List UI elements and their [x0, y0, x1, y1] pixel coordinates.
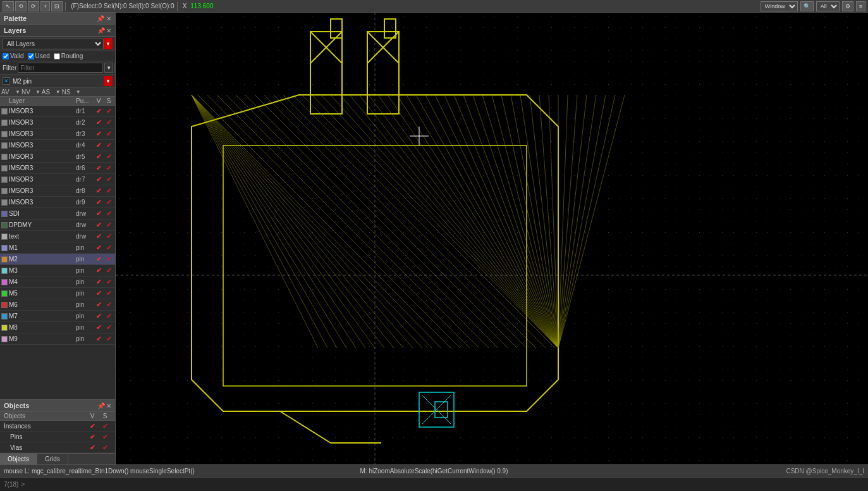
- layer-v-check[interactable]: ✔: [94, 164, 104, 172]
- og-tab-grids[interactable]: Grids: [37, 454, 68, 464]
- object-s-check[interactable]: ✔: [99, 433, 111, 441]
- layer-row[interactable]: IMSOR3dr1✔✔: [0, 106, 115, 117]
- layer-v-check[interactable]: ✔: [94, 141, 104, 149]
- layer-v-check[interactable]: ✔: [94, 187, 104, 195]
- object-v-check[interactable]: ✔: [86, 422, 99, 430]
- layer-s-check[interactable]: ✔: [104, 289, 114, 297]
- layer-row[interactable]: IMSOR3dr3✔✔: [0, 128, 115, 140]
- layer-s-check[interactable]: ✔: [104, 209, 114, 218]
- layer-s-check[interactable]: ✔: [104, 118, 114, 127]
- layer-s-check[interactable]: ✔: [104, 255, 114, 263]
- layer-s-check[interactable]: ✔: [104, 244, 114, 252]
- filter-clear-btn[interactable]: ✕: [114, 63, 115, 73]
- layer-v-check[interactable]: ✔: [94, 278, 104, 286]
- layer-v-check[interactable]: ✔: [94, 289, 104, 297]
- layer-s-check[interactable]: ✔: [104, 152, 114, 161]
- routing-checkbox-label[interactable]: Routing: [54, 53, 83, 59]
- objects-close-btn[interactable]: ✕: [106, 402, 111, 409]
- layer-row[interactable]: M9pin✔✔: [0, 333, 115, 345]
- layer-row[interactable]: M4pin✔✔: [0, 277, 115, 288]
- layer-s-check[interactable]: ✔: [104, 130, 114, 138]
- layer-s-check[interactable]: ✔: [104, 266, 114, 275]
- layer-row[interactable]: IMSOR3dr2✔✔: [0, 117, 115, 128]
- layer-row[interactable]: SDIdrw✔✔: [0, 208, 115, 220]
- layer-v-check[interactable]: ✔: [94, 244, 104, 252]
- palette-close-btn[interactable]: ✕: [106, 15, 111, 22]
- window-dropdown[interactable]: Window: [761, 1, 798, 11]
- layer-row[interactable]: M3pin✔✔: [0, 265, 115, 277]
- all-layers-arrow[interactable]: ▼: [104, 38, 113, 49]
- layer-s-check[interactable]: ✔: [104, 198, 114, 206]
- layer-s-check[interactable]: ✔: [104, 141, 114, 149]
- layer-s-check[interactable]: ✔: [104, 164, 114, 172]
- layer-s-check[interactable]: ✔: [104, 301, 114, 309]
- layer-row[interactable]: M2pin✔✔: [0, 254, 115, 265]
- layer-row[interactable]: M7pin✔✔: [0, 311, 115, 322]
- layer-row[interactable]: IMSOR3dr7✔✔: [0, 174, 115, 185]
- layer-v-check[interactable]: ✔: [94, 152, 104, 161]
- object-row[interactable]: Instances✔✔: [0, 421, 115, 432]
- layer-row[interactable]: IMSOR3dr5✔✔: [0, 151, 115, 163]
- layer-v-check[interactable]: ✔: [94, 232, 104, 240]
- object-v-check[interactable]: ✔: [86, 433, 99, 441]
- layer-row[interactable]: IMSOR3dr6✔✔: [0, 163, 115, 174]
- layer-v-check[interactable]: ✔: [94, 130, 104, 138]
- layer-v-check[interactable]: ✔: [94, 335, 104, 343]
- layer-row[interactable]: DPDMYdrw✔✔: [0, 220, 115, 231]
- layers-pin-btn[interactable]: 📌: [97, 27, 105, 34]
- layer-v-check[interactable]: ✔: [94, 312, 104, 320]
- cmd-input[interactable]: [27, 481, 864, 488]
- layer-v-check[interactable]: ✔: [94, 118, 104, 127]
- toolbar-btn-4[interactable]: +: [40, 1, 50, 11]
- layer-v-check[interactable]: ✔: [94, 107, 104, 115]
- valid-checkbox[interactable]: [3, 53, 9, 59]
- layer-s-check[interactable]: ✔: [104, 187, 114, 195]
- layer-s-check[interactable]: ✔: [104, 175, 114, 183]
- layer-s-check[interactable]: ✔: [104, 312, 114, 320]
- layer-v-check[interactable]: ✔: [94, 198, 104, 206]
- toolbar-search-btn[interactable]: 🔍: [800, 1, 814, 11]
- layer-row[interactable]: M1pin✔✔: [0, 242, 115, 254]
- layer-v-check[interactable]: ✔: [94, 255, 104, 263]
- object-s-check[interactable]: ✔: [99, 444, 111, 452]
- layer-row[interactable]: IMSOR3dr8✔✔: [0, 185, 115, 197]
- filter-input[interactable]: [18, 63, 103, 73]
- layer-v-check[interactable]: ✔: [94, 221, 104, 229]
- layer-v-check[interactable]: ✔: [94, 209, 104, 218]
- used-checkbox-label[interactable]: Used: [28, 53, 50, 59]
- object-row[interactable]: Pins✔✔: [0, 432, 115, 442]
- layer-row[interactable]: IMSOR3dr4✔✔: [0, 140, 115, 151]
- layer-row[interactable]: textdrw✔✔: [0, 231, 115, 242]
- toolbar-settings-btn[interactable]: ⚙: [842, 1, 853, 11]
- all-dropdown[interactable]: All: [816, 1, 840, 11]
- layer-s-check[interactable]: ✔: [104, 107, 114, 115]
- layer-v-check[interactable]: ✔: [94, 175, 104, 183]
- layer-s-check[interactable]: ✔: [104, 335, 114, 343]
- object-v-check[interactable]: ✔: [86, 444, 99, 452]
- used-checkbox[interactable]: [28, 53, 34, 59]
- toolbar-extra-btn[interactable]: ≡: [856, 1, 865, 11]
- m2-checkbox[interactable]: ✕: [3, 77, 10, 85]
- toolbar-btn-1[interactable]: ↖: [3, 1, 14, 11]
- layer-row[interactable]: M6pin✔✔: [0, 299, 115, 311]
- object-row[interactable]: Vias✔✔: [0, 442, 115, 453]
- layer-v-check[interactable]: ✔: [94, 301, 104, 309]
- layer-row[interactable]: M8pin✔✔: [0, 322, 115, 333]
- filter-dropdown-btn[interactable]: ▼: [104, 63, 113, 73]
- m2-pin-arrow[interactable]: ▼: [104, 76, 113, 86]
- layer-row[interactable]: M5pin✔✔: [0, 288, 115, 299]
- toolbar-btn-2[interactable]: ⟲: [15, 1, 27, 11]
- layer-s-check[interactable]: ✔: [104, 323, 114, 332]
- layer-v-check[interactable]: ✔: [94, 266, 104, 275]
- layer-s-check[interactable]: ✔: [104, 278, 114, 286]
- layer-s-check[interactable]: ✔: [104, 221, 114, 229]
- routing-checkbox[interactable]: [54, 53, 60, 59]
- objects-pin-btn[interactable]: 📌: [97, 402, 105, 409]
- layer-s-check[interactable]: ✔: [104, 232, 114, 240]
- all-layers-select[interactable]: All Layers: [3, 39, 104, 49]
- palette-pin-btn[interactable]: 📌: [97, 15, 104, 22]
- canvas-area[interactable]: [116, 13, 868, 464]
- object-s-check[interactable]: ✔: [99, 422, 111, 430]
- layers-close-btn[interactable]: ✕: [106, 27, 111, 34]
- layer-v-check[interactable]: ✔: [94, 323, 104, 332]
